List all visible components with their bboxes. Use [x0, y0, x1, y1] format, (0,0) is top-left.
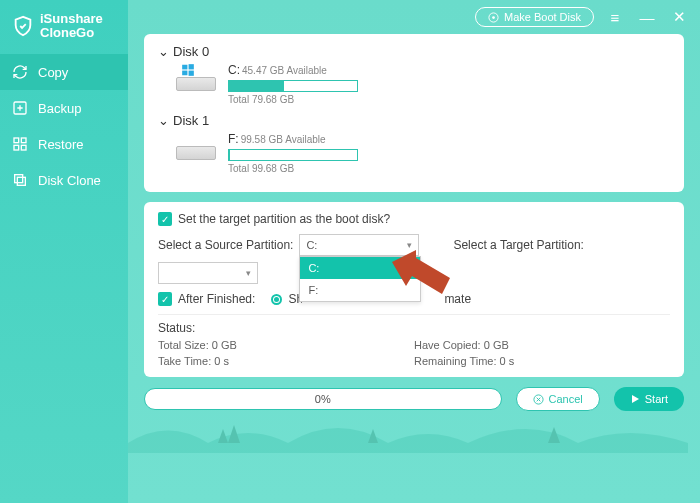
- footer: 0% Cancel Start: [144, 387, 684, 411]
- usage-bar: [228, 80, 358, 92]
- drive-available: 45.47 GB Available: [242, 65, 327, 76]
- source-option-c[interactable]: C:: [300, 257, 420, 279]
- nav-backup[interactable]: Backup: [0, 90, 128, 126]
- disk-title: Disk 0: [173, 44, 209, 59]
- after-radio-shutdown[interactable]: [271, 294, 282, 305]
- cancel-label: Cancel: [549, 393, 583, 405]
- drive-icon: [176, 63, 216, 91]
- start-label: Start: [645, 393, 668, 405]
- chevron-down-icon: ⌄: [158, 113, 169, 128]
- source-option-f[interactable]: F:: [300, 279, 420, 301]
- after-finished-checkbox[interactable]: ✓: [158, 292, 172, 306]
- progress-text: 0%: [315, 393, 331, 405]
- after-radio2-suffix: mate: [444, 292, 471, 306]
- usage-bar: [228, 149, 358, 161]
- svg-rect-6: [17, 177, 25, 185]
- svg-rect-5: [15, 175, 23, 183]
- after-finished-label: After Finished:: [178, 292, 255, 306]
- status-take-time: Take Time: 0 s: [158, 355, 414, 367]
- brand-line2: CloneGo: [40, 26, 103, 40]
- sidebar: iSunshare CloneGo CopyBackupRestoreDisk …: [0, 0, 128, 503]
- nav-copy[interactable]: Copy: [0, 54, 128, 90]
- disc-icon: [488, 12, 499, 23]
- disk-toggle[interactable]: ⌄Disk 0: [158, 44, 670, 59]
- source-value: C:: [306, 239, 317, 251]
- svg-rect-9: [182, 71, 187, 76]
- start-button[interactable]: Start: [614, 387, 684, 411]
- drive-total: Total 99.68 GB: [228, 163, 670, 174]
- minimize-button[interactable]: —: [636, 9, 658, 26]
- drive-available: 99.58 GB Available: [241, 134, 326, 145]
- status-heading: Status:: [158, 321, 670, 335]
- brand-line1: iSunshare: [40, 12, 103, 26]
- nav-label: Backup: [38, 101, 81, 116]
- clone-icon: [12, 172, 28, 188]
- svg-rect-1: [14, 138, 19, 143]
- titlebar: Make Boot Disk ≡ — ✕: [475, 0, 700, 34]
- status-total-size: Total Size: 0 GB: [158, 339, 414, 351]
- source-partition-select[interactable]: C: ▾ C: F:: [299, 234, 419, 256]
- cancel-icon: [533, 394, 544, 405]
- main-area: ⌄Disk 0C:45.47 GB AvailableTotal 79.68 G…: [128, 0, 700, 503]
- nav-restore[interactable]: Restore: [0, 126, 128, 162]
- make-boot-label: Make Boot Disk: [504, 11, 581, 23]
- drive-letter: F:: [228, 132, 239, 146]
- status-remaining: Remaining Time: 0 s: [414, 355, 670, 367]
- target-partition-select[interactable]: ▾: [158, 262, 258, 284]
- refresh-icon: [12, 64, 28, 80]
- nav-label: Restore: [38, 137, 84, 152]
- target-label: Select a Target Partition:: [453, 238, 584, 252]
- cancel-button[interactable]: Cancel: [516, 387, 600, 411]
- grid-icon: [12, 136, 28, 152]
- chevron-down-icon: ▾: [246, 268, 251, 278]
- disk-title: Disk 1: [173, 113, 209, 128]
- shield-icon: [12, 15, 34, 37]
- boot-checkbox[interactable]: ✓: [158, 212, 172, 226]
- svg-rect-4: [21, 145, 26, 150]
- nav-disk-clone[interactable]: Disk Clone: [0, 162, 128, 198]
- svg-marker-13: [632, 395, 639, 403]
- drive-letter: C:: [228, 63, 240, 77]
- decor-hills: [128, 413, 688, 453]
- make-boot-disk-button[interactable]: Make Boot Disk: [475, 7, 594, 27]
- drive-total: Total 79.68 GB: [228, 94, 670, 105]
- status-have-copied: Have Copied: 0 GB: [414, 339, 670, 351]
- svg-rect-3: [14, 145, 19, 150]
- progress-bar: 0%: [144, 388, 502, 410]
- nav-label: Copy: [38, 65, 68, 80]
- svg-rect-2: [21, 138, 26, 143]
- play-icon: [630, 394, 640, 404]
- plus-box-icon: [12, 100, 28, 116]
- app-logo: iSunshare CloneGo: [0, 0, 128, 54]
- boot-checkbox-label: Set the target partition as the boot dis…: [178, 212, 390, 226]
- menu-icon[interactable]: ≡: [604, 9, 626, 26]
- svg-rect-10: [189, 71, 194, 76]
- windows-icon: [181, 63, 195, 77]
- disk-toggle[interactable]: ⌄Disk 1: [158, 113, 670, 128]
- chevron-down-icon: ▾: [407, 240, 412, 250]
- source-dropdown: C: F:: [299, 256, 421, 302]
- chevron-down-icon: ⌄: [158, 44, 169, 59]
- source-label: Select a Source Partition:: [158, 238, 293, 252]
- nav-label: Disk Clone: [38, 173, 101, 188]
- svg-rect-7: [182, 65, 187, 70]
- options-panel: ✓ Set the target partition as the boot d…: [144, 202, 684, 377]
- svg-point-15: [492, 16, 495, 19]
- svg-rect-8: [189, 64, 194, 69]
- close-button[interactable]: ✕: [668, 8, 690, 26]
- disks-panel: ⌄Disk 0C:45.47 GB AvailableTotal 79.68 G…: [144, 34, 684, 192]
- drive-icon: [176, 132, 216, 160]
